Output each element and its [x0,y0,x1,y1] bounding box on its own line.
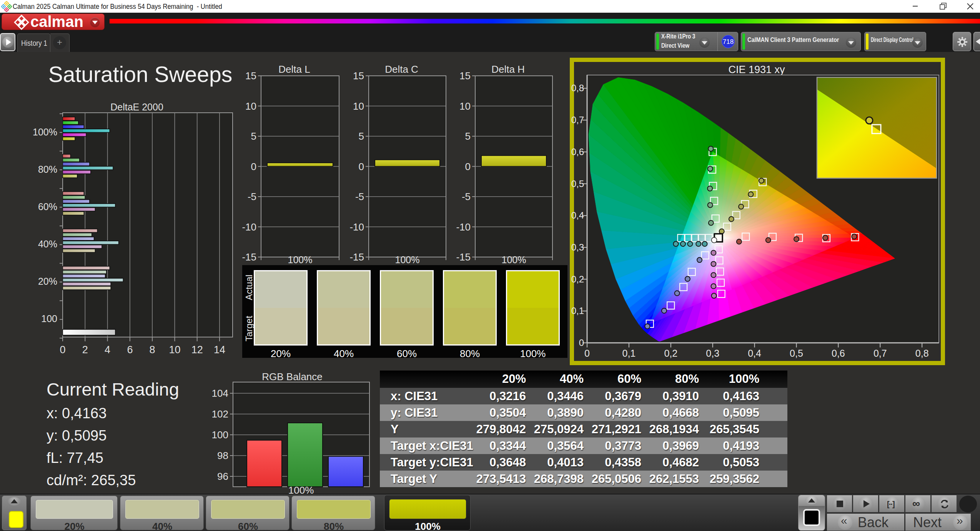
svg-text:10: 10 [245,100,256,112]
svg-text:-15: -15 [456,251,471,263]
svg-text:0,5: 0,5 [790,348,803,359]
svg-text:102: 102 [212,408,228,420]
svg-text:8: 8 [150,344,155,356]
svg-text:2: 2 [82,344,88,356]
svg-text:10: 10 [459,100,471,112]
svg-text:10: 10 [353,100,364,112]
svg-text:0,8: 0,8 [571,83,584,93]
svg-text:0: 0 [251,161,256,172]
svg-text:0,3: 0,3 [571,242,584,252]
svg-text:-10: -10 [242,221,256,233]
svg-text:0,2: 0,2 [571,274,584,284]
svg-text:100%: 100% [395,254,420,265]
svg-text:0: 0 [60,344,65,356]
svg-text:40%: 40% [38,239,57,249]
svg-text:0: 0 [465,161,471,172]
svg-text:15: 15 [245,70,256,82]
svg-text:-15: -15 [349,251,364,263]
svg-text:15: 15 [459,70,471,82]
svg-text:0,6: 0,6 [571,147,584,157]
svg-text:-15: -15 [242,251,256,263]
svg-text:0: 0 [584,348,590,359]
svg-text:5: 5 [359,130,364,142]
svg-text:60%: 60% [38,201,57,212]
svg-text:0,4: 0,4 [748,348,761,359]
svg-text:Delta C: Delta C [385,63,418,75]
svg-text:0,8: 0,8 [915,348,929,359]
svg-text:-5: -5 [248,191,256,202]
svg-text:CIE 1931 xy: CIE 1931 xy [728,64,785,75]
svg-text:100%: 100% [502,254,526,265]
svg-text:Delta H: Delta H [491,63,525,75]
svg-text:-10: -10 [456,221,471,233]
svg-text:80%: 80% [38,164,57,175]
svg-text:100%: 100% [33,127,57,137]
svg-text:0,1: 0,1 [571,306,584,316]
svg-text:0,6: 0,6 [832,348,845,359]
svg-text:14: 14 [214,344,225,356]
svg-text:10: 10 [169,344,180,356]
svg-text:0,2: 0,2 [664,348,677,359]
svg-text:RGB Balance: RGB Balance [262,371,323,382]
svg-text:100%: 100% [288,254,313,265]
svg-text:104: 104 [212,387,228,399]
svg-text:98: 98 [217,450,228,461]
svg-text:0,7: 0,7 [571,115,584,125]
svg-text:5: 5 [251,130,256,142]
svg-text:100: 100 [41,313,57,324]
svg-text:20%: 20% [38,276,57,287]
svg-text:12: 12 [191,344,203,356]
svg-text:5: 5 [465,130,471,142]
svg-text:100: 100 [212,429,228,441]
svg-text:-5: -5 [462,191,471,202]
svg-text:0: 0 [359,161,364,172]
svg-text:Delta L: Delta L [278,63,310,75]
svg-text:0,5: 0,5 [571,179,584,189]
svg-text:0: 0 [579,337,584,348]
svg-text:15: 15 [353,70,364,82]
svg-text:0,4: 0,4 [571,210,584,220]
svg-text:-5: -5 [355,191,364,202]
svg-text:0,7: 0,7 [874,348,887,359]
svg-text:0,1: 0,1 [622,348,636,359]
svg-text:-10: -10 [349,221,364,233]
svg-text:96: 96 [217,471,228,482]
svg-text:0,3: 0,3 [706,348,719,359]
svg-text:4: 4 [105,344,110,356]
svg-text:6: 6 [127,344,133,356]
